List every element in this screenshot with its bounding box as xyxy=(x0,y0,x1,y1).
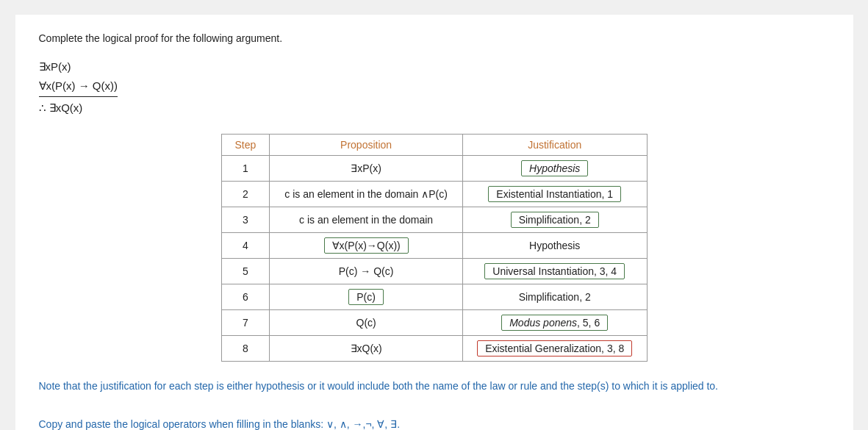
table-row: 4∀x(P(x)→Q(x))Hypothesis xyxy=(221,232,647,258)
cell-step: 6 xyxy=(221,284,270,309)
argument-line3: ∴ ∃xQ(x) xyxy=(39,98,830,118)
cell-step: 4 xyxy=(221,232,270,258)
cell-step: 3 xyxy=(221,207,270,232)
cell-proposition: ∀x(P(x)→Q(x)) xyxy=(270,232,463,258)
table-row: 7Q(c)Modus ponens, 5, 6 xyxy=(221,309,647,335)
table-row: 2c is an element in the domain ∧P(c)Exis… xyxy=(221,181,647,207)
table-row: 6P(c)Simplification, 2 xyxy=(221,284,647,309)
cell-justification: Universal Instantiation, 3, 4 xyxy=(462,258,647,284)
cell-proposition: ∃xP(x) xyxy=(270,155,463,181)
cell-justification: Simplification, 2 xyxy=(462,207,647,232)
cell-justification: Hypothesis xyxy=(462,232,647,258)
cell-justification: Modus ponens, 5, 6 xyxy=(462,309,647,335)
proof-table-wrapper: Step Proposition Justification 1∃xP(x)Hy… xyxy=(39,134,830,362)
cell-justification: Existential Instantiation, 1 xyxy=(462,181,647,207)
argument-line1: ∃xP(x) xyxy=(39,57,830,76)
copy-note-text: Copy and paste the logical operators whe… xyxy=(39,416,830,430)
col-header-proposition: Proposition xyxy=(270,134,463,155)
cell-proposition: P(c) → Q(c) xyxy=(270,258,463,284)
cell-step: 7 xyxy=(221,309,270,335)
cell-step: 8 xyxy=(221,335,270,361)
table-row: 1∃xP(x)Hypothesis xyxy=(221,155,647,181)
table-row: 5P(c) → Q(c)Universal Instantiation, 3, … xyxy=(221,258,647,284)
cell-step: 2 xyxy=(221,181,270,207)
proof-table: Step Proposition Justification 1∃xP(x)Hy… xyxy=(221,134,648,362)
cell-proposition: P(c) xyxy=(270,284,463,309)
cell-justification: Existential Generalization, 3, 8 xyxy=(462,335,647,361)
col-header-step: Step xyxy=(221,134,270,155)
cell-proposition: Q(c) xyxy=(270,309,463,335)
argument-block: ∃xP(x) ∀x(P(x) → Q(x)) ∴ ∃xQ(x) xyxy=(39,57,830,118)
note-text: Note that the justification for each ste… xyxy=(39,378,830,394)
cell-proposition: c is an element in the domain ∧P(c) xyxy=(270,181,463,207)
cell-step: 1 xyxy=(221,155,270,181)
table-row: 3c is an element in the domainSimplifica… xyxy=(221,207,647,232)
page: Complete the logical proof for the follo… xyxy=(15,15,853,430)
cell-justification: Hypothesis xyxy=(462,155,647,181)
argument-line2: ∀x(P(x) → Q(x)) xyxy=(39,76,118,98)
col-header-justification: Justification xyxy=(462,134,647,155)
cell-proposition: c is an element in the domain xyxy=(270,207,463,232)
table-row: 8∃xQ(x)Existential Generalization, 3, 8 xyxy=(221,335,647,361)
cell-proposition: ∃xQ(x) xyxy=(270,335,463,361)
cell-step: 5 xyxy=(221,258,270,284)
cell-justification: Simplification, 2 xyxy=(462,284,647,309)
instruction-text: Complete the logical proof for the follo… xyxy=(39,32,830,44)
